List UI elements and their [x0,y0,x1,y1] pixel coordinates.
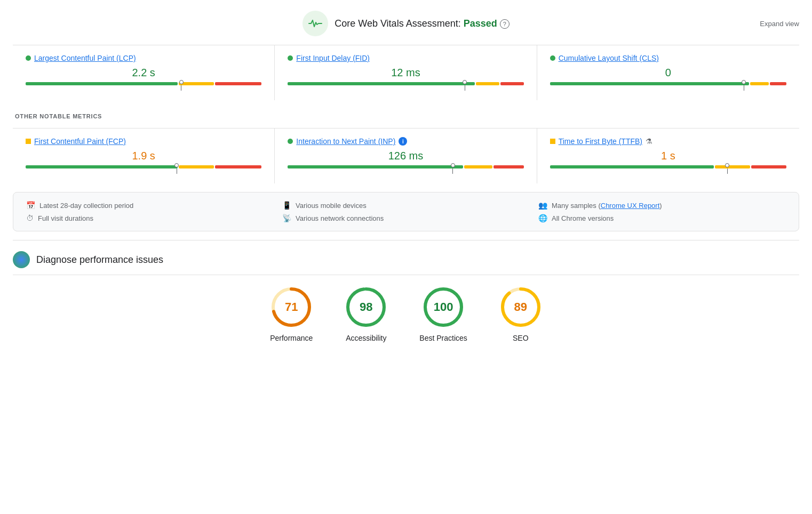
metric-label-link-fid[interactable]: First Input Delay (FID) [296,54,370,62]
metric-title-row: Cumulative Layout Shift (CLS) [550,54,786,62]
metric-title-row: Interaction to Next Paint (INP)i [288,137,523,146]
metric-bar [550,82,786,92]
score-circle-performance: 71 [270,286,313,328]
metric-value-ttfb: 1 s [550,150,786,162]
score-label-best-practices: Best Practices [419,334,467,342]
metric-dot [26,55,31,61]
info-item-icon: 📡 [282,214,291,222]
metric-dot [288,139,293,144]
marker-pin [174,163,179,174]
metric-label-link-fcp[interactable]: First Contentful Paint (FCP) [34,137,126,146]
info-item-text: Many samples (Chrome UX Report) [552,202,662,210]
score-label-seo: SEO [513,334,529,342]
metric-title-row: First Contentful Paint (FCP) [26,137,261,146]
info-item-icon: ⏱ [26,214,34,222]
metric-card-fcp: First Contentful Paint (FCP)1.9 s [13,128,275,183]
metric-dot [550,55,555,61]
metric-title-row: First Input Delay (FID) [288,54,523,62]
info-badge-inp[interactable]: i [399,137,407,146]
notable-section-header: OTHER NOTABLE METRICS [13,113,799,119]
score-item-accessibility[interactable]: 98 Accessibility [345,286,387,342]
metric-value-cls: 0 [550,67,786,79]
metric-bar [26,82,261,92]
metric-value-lcp: 2.2 s [26,67,261,79]
score-circle-accessibility: 98 [345,286,387,328]
metric-dot [288,55,293,61]
info-item-icon: 📅 [26,201,35,210]
score-number-best-practices: 100 [434,300,453,314]
info-item: 👥Many samples (Chrome UX Report) [538,201,786,210]
marker-pin [463,80,467,91]
diagnose-section: Diagnose performance issues [13,240,799,275]
metric-bar [26,165,261,175]
core-metrics-grid: Largest Contentful Paint (LCP)2.2 sFirst… [13,45,799,100]
score-circle-best-practices: 100 [422,286,465,328]
marker-pin [179,80,184,91]
info-item-icon: 🌐 [538,214,547,222]
diagnose-icon [13,251,30,268]
score-number-performance: 71 [285,300,298,314]
score-item-best-practices[interactable]: 100 Best Practices [419,286,467,342]
metric-card-lcp: Largest Contentful Paint (LCP)2.2 s [13,45,275,100]
score-circle-seo: 89 [499,286,542,328]
info-item-text: All Chrome versions [552,214,614,222]
metric-value-fid: 12 ms [288,67,523,79]
score-item-performance[interactable]: 71 Performance [270,286,313,342]
header-title: Core Web Vitals Assessment: Passed ? [335,18,510,29]
info-item-icon: 📱 [282,201,291,210]
metric-label-link-ttfb[interactable]: Time to First Byte (TTFB) [559,137,642,146]
metric-square-dot [550,139,555,144]
marker-pin [725,163,729,174]
help-icon[interactable]: ? [500,19,510,29]
info-item: 📡Various network connections [282,214,530,222]
flask-icon-ttfb: ⚗ [646,137,652,146]
metric-value-inp: 126 ms [288,150,523,162]
metric-title-row: Time to First Byte (TTFB)⚗ [550,137,786,146]
info-item-text: Various network connections [296,214,384,222]
header-status: Passed [464,18,497,29]
metric-card-ttfb: Time to First Byte (TTFB)⚗1 s [537,128,799,183]
info-item: 📅Latest 28-day collection period [26,201,274,210]
info-item-text: Various mobile devices [296,202,367,210]
metric-card-cls: Cumulative Layout Shift (CLS)0 [537,45,799,100]
metric-card-inp: Interaction to Next Paint (INP)i126 ms [275,128,537,183]
score-number-seo: 89 [514,300,527,314]
info-item-text: Full visit durations [38,214,93,222]
metric-bar [288,82,523,92]
marker-pin [451,163,455,174]
info-section: 📅Latest 28-day collection period📱Various… [13,192,799,231]
notable-metrics-grid: First Contentful Paint (FCP)1.9 sInterac… [13,128,799,183]
info-item-text: Latest 28-day collection period [39,202,133,210]
header: Core Web Vitals Assessment: Passed ? Exp… [13,11,799,36]
score-label-accessibility: Accessibility [346,334,386,342]
diagnose-title: Diagnose performance issues [36,254,163,266]
score-number-accessibility: 98 [360,300,372,314]
info-item-link[interactable]: Chrome UX Report [601,202,660,210]
metric-title-row: Largest Contentful Paint (LCP) [26,54,261,62]
metric-bar [288,165,523,175]
marker-pin [742,80,746,91]
info-item: 🌐All Chrome versions [538,214,786,222]
metric-label-link-lcp[interactable]: Largest Contentful Paint (LCP) [34,54,136,62]
header-title-text: Core Web Vitals Assessment: [335,18,460,29]
info-item: 📱Various mobile devices [282,201,530,210]
scores-row: 71 Performance 98 Accessibility 100 Best… [13,275,799,353]
info-item: ⏱Full visit durations [26,214,274,222]
metric-label-link-inp[interactable]: Interaction to Next Paint (INP) [296,137,395,146]
metric-bar [550,165,786,175]
expand-view-button[interactable]: Expand view [760,20,799,28]
metric-square-dot [26,139,31,144]
metric-card-fid: First Input Delay (FID)12 ms [275,45,537,100]
vitals-icon [302,11,328,36]
metric-label-link-cls[interactable]: Cumulative Layout Shift (CLS) [559,54,659,62]
info-item-icon: 👥 [538,201,547,210]
score-item-seo[interactable]: 89 SEO [499,286,542,342]
page-wrapper: Core Web Vitals Assessment: Passed ? Exp… [0,0,812,364]
score-label-performance: Performance [270,334,313,342]
metric-value-fcp: 1.9 s [26,150,261,162]
